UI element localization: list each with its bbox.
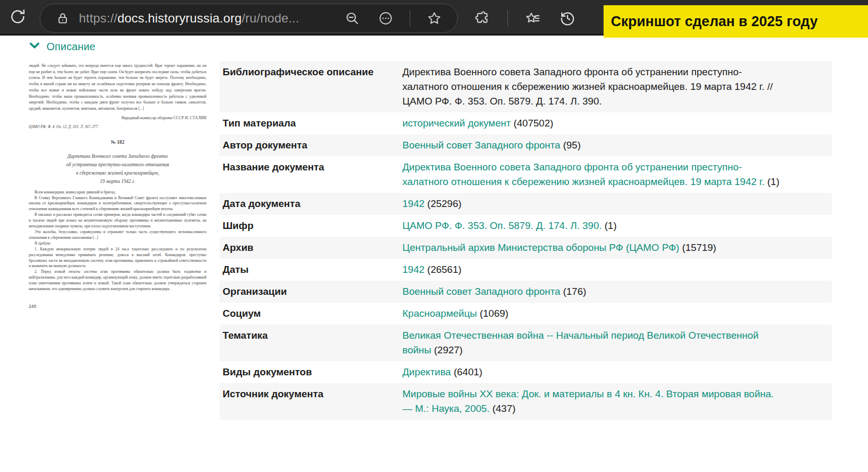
field-value-count: (25296) [424,198,461,209]
more-options-icon[interactable] [376,9,395,28]
toolbar-divider [410,10,410,27]
field-value-count: (6401) [451,366,482,377]
table-row: ШифрЦАМО РФ. Ф. 353. Оп. 5879. Д. 174. Л… [219,215,832,237]
table-row: Библиографическое описаниеДиректива Воен… [219,61,832,112]
field-value-count: (95) [560,140,581,151]
table-row: ОрганизацииВоенный совет Западного фронт… [219,281,832,303]
field-value: исторический документ (407502) [402,116,553,131]
table-row: Автор документаВоенный совет Западного ф… [219,134,832,156]
field-value: Великая Отечественная война -- Начальный… [402,328,785,358]
table-row: Даты1942 (26561) [219,259,832,281]
extensions-icon[interactable] [473,9,492,28]
field-value: ЦАМО РФ. Ф. 353. Оп. 5879. Д. 174. Л. 39… [402,218,617,233]
field-value-count: (1) [765,176,780,187]
field-value-link[interactable]: ЦАМО РФ. Ф. 353. Оп. 5879. Д. 174. Л. 39… [402,220,601,231]
field-label: Дата документа [223,197,402,211]
field-value: Директива Военного совета Западного фрон… [402,160,785,189]
field-value-count: (15719) [679,242,716,253]
scan-source-ref: ЦАМО РФ. Ф. 4. Оп. 12. Д. 103. Л. 367–37… [29,125,206,129]
chevron-down-icon [29,40,40,54]
scan-title-line: к сбережению жизней красноармейцев, [29,169,206,177]
field-value: Военный совет Западного фронта (95) [402,138,581,153]
scan-paragraph: Эти жалобы, безусловно, справедливы и от… [29,229,206,241]
screenshot-year-banner: Скриншот сделан в 2025 году [604,5,868,38]
scan-page-number: 240 [29,304,206,309]
field-value-count: (1069) [477,308,508,319]
field-value: Директива Военного совета Западного фрон… [402,65,785,109]
url-path: /ru/node... [241,11,299,25]
field-value-link[interactable]: Директива Военного совета Западного фрон… [402,162,765,187]
field-value: 1942 (26561) [402,262,461,277]
description-table: Библиографическое описаниеДиректива Воен… [219,61,832,420]
field-value-link[interactable]: Красноармейцы [402,308,477,319]
zoom-out-icon[interactable] [343,9,362,28]
scan-doc-number: № 182 [29,140,206,145]
toolbar-divider [507,10,508,27]
scan-title-line: 19 марта 1942 г. [29,177,206,186]
field-value-count: (437) [490,403,516,414]
field-label: Виды документов [223,365,402,379]
scan-title-line: Директива Военного совета Западного фрон… [29,152,206,160]
field-value-link[interactable]: 1942 [402,264,424,275]
field-value: Мировые войны XX века: Док. и материалы … [402,387,785,416]
url-text[interactable]: https://docs.historyrussia.org/ru/node..… [79,11,343,26]
field-value-link[interactable]: Военный совет Западного фронта [402,140,560,151]
table-row: АрхивЦентральный архив Министерства обор… [219,237,832,259]
scan-signature: Народный комиссар обороны СССР И. СТАЛИН [29,116,206,120]
document-scan: людей. Не следует забывать, что впереди … [29,63,206,309]
field-value-link[interactable]: Военный совет Западного фронта [402,286,560,297]
scan-body: Всем командирам, комиссарам дивизий и бр… [29,190,206,292]
table-row: Тип материалаисторический документ (4075… [219,112,832,134]
field-value: Центральный архив Министерства обороны Р… [402,240,716,255]
field-value-link[interactable]: Центральный архив Министерства обороны Р… [402,242,679,253]
field-value: 1942 (25296) [402,197,461,211]
field-label: Организации [223,284,402,299]
history-icon[interactable] [558,9,577,28]
field-value-link[interactable]: Мировые войны XX века: Док. и материалы … [402,388,774,414]
field-label: Архив [223,240,402,255]
scan-paragraph: людей. Не следует забывать, что впереди … [29,63,206,112]
field-value-count: (2927) [431,344,462,355]
description-toggle-label: Описание [47,41,96,53]
table-row: Название документаДиректива Военного сов… [219,156,832,193]
banner-text: Скриншот сделан в 2025 году [611,14,818,30]
reload-icon [8,7,27,28]
field-value-count: (407502) [511,118,553,129]
field-value-link[interactable]: Директива [402,366,451,377]
scan-paragraph: Я требую: [29,241,206,247]
table-row: СоциумКрасноармейцы (1069) [219,303,832,325]
table-row: Источник документаМировые войны XX века:… [219,383,832,420]
field-value-count: (1) [601,220,617,231]
scan-doc-title: Директива Военного совета Западного фрон… [29,152,206,186]
field-label: Шифр [223,218,402,233]
scan-paragraph: В Ставку Верховного Главного Командовани… [29,195,206,213]
field-value-link[interactable]: 1942 [402,198,424,209]
field-label: Социум [223,306,402,321]
field-label: Тематика [223,328,402,343]
scan-title-line: об устранении преступно-халатного отноше… [29,160,206,169]
lock-icon[interactable] [56,11,70,25]
table-row: ТематикаВеликая Отечественная война -- Н… [219,325,832,361]
url-domain: docs.historyrussia.org [118,11,242,25]
description-toggle[interactable]: Описание [29,40,96,54]
collections-icon[interactable] [524,9,542,28]
field-value: Красноармейцы (1069) [402,306,508,321]
field-value-count: (176) [560,286,586,297]
field-value: Директива (6401) [402,365,482,379]
field-label: Автор документа [223,138,402,153]
reload-button[interactable] [3,3,32,32]
url-scheme: https:// [79,11,118,25]
address-bar[interactable]: https://docs.historyrussia.org/ru/node..… [40,4,458,33]
scan-paragraph: 1. Каждую ненормальную потерю людей в 24… [29,247,206,270]
field-value: Военный совет Западного фронта (176) [402,284,586,299]
table-row: Виды документовДиректива (6401) [219,361,832,383]
field-label: Название документа [223,160,402,175]
field-label: Источник документа [223,387,402,401]
table-row: Дата документа1942 (25296) [219,193,832,215]
scan-paragraph: 2. Перед атакой пехоты система огня прот… [29,269,206,292]
scan-paragraph: В письмах и рассказах приводятся сотни п… [29,212,206,229]
field-label: Библиографическое описание [223,65,402,79]
field-value-link[interactable]: исторический документ [402,118,511,129]
favorite-star-icon[interactable] [425,9,444,28]
field-value-count: (26561) [424,264,461,275]
